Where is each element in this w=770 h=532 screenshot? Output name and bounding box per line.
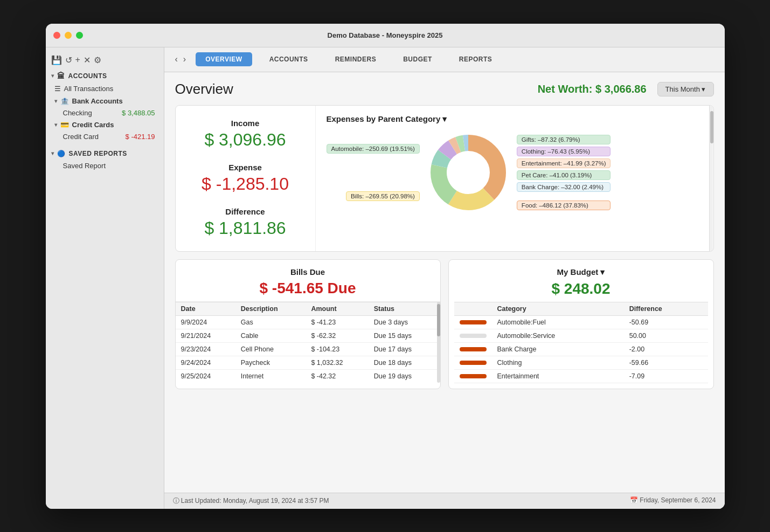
sidebar-item-all-transactions[interactable]: ☰ All Transactions bbox=[46, 82, 164, 95]
table-row[interactable]: Bank Charge -2.00 bbox=[454, 342, 708, 356]
budget-total: $ 248.02 bbox=[460, 280, 703, 298]
table-row[interactable]: Automobile:Service 50.00 bbox=[454, 329, 708, 342]
table-row[interactable]: 9/21/2024 Cable $ -62.32 Due 15 days bbox=[176, 329, 440, 342]
minimize-button[interactable] bbox=[65, 32, 72, 39]
bills-scrollbar[interactable] bbox=[437, 302, 440, 383]
table-row[interactable]: 9/23/2024 Cell Phone $ -104.23 Due 17 da… bbox=[176, 342, 440, 356]
table-row[interactable]: Clothing -59.66 bbox=[454, 356, 708, 369]
label-food: Food: –486.12 (37.83%) bbox=[517, 201, 611, 210]
tab-reminders[interactable]: REMINDERS bbox=[325, 52, 386, 66]
saved-report-label: Saved Report bbox=[54, 162, 106, 170]
content-area: ‹ › OVERVIEW ACCOUNTS REMINDERS BUDGET R… bbox=[164, 47, 725, 509]
all-transactions-label: All Transactions bbox=[64, 85, 114, 93]
bills-scrollbar-thumb bbox=[437, 304, 440, 336]
bank-icon: 🏛 bbox=[57, 72, 65, 80]
budget-title[interactable]: My Budget ▾ bbox=[460, 267, 703, 277]
add-icon[interactable]: + bbox=[75, 55, 80, 65]
close-button[interactable] bbox=[53, 32, 60, 39]
settings-icon[interactable]: ⚙ bbox=[94, 55, 101, 65]
overview-header: Overview Net Worth: $ 3,066.86 This Mont… bbox=[175, 81, 714, 98]
budget-bar-cell-1 bbox=[454, 315, 492, 329]
chevron-down-icon: ▾ bbox=[51, 73, 54, 79]
bill-status-2: Due 15 days bbox=[369, 329, 440, 342]
chart-title[interactable]: Expenses by Parent Category ▾ bbox=[327, 114, 698, 124]
saved-reports-icon: 🔵 bbox=[57, 150, 66, 157]
sidebar-item-saved-report[interactable]: Saved Report bbox=[46, 160, 164, 172]
table-row[interactable]: 9/24/2024 Paycheck $ 1,032.32 Due 18 day… bbox=[176, 356, 440, 369]
bottom-row: Bills Due $ -541.65 Due Date Description… bbox=[175, 259, 714, 389]
credit-card-label: Credit Card bbox=[63, 133, 99, 141]
budget-bar-cell-5 bbox=[454, 369, 492, 383]
summary-chart-card: Income $ 3,096.96 Expense $ -1,285.10 Di… bbox=[175, 105, 714, 252]
refresh-icon[interactable]: ↺ bbox=[65, 55, 72, 65]
bill-status-1: Due 3 days bbox=[369, 315, 440, 329]
back-button[interactable]: ‹ bbox=[173, 53, 180, 65]
budget-bar-4 bbox=[460, 361, 487, 365]
bill-date-4: 9/24/2024 bbox=[176, 356, 235, 369]
table-row[interactable]: 9/25/2024 Internet $ -42.32 Due 19 days bbox=[176, 369, 440, 383]
main-card-scrollbar[interactable] bbox=[709, 106, 713, 251]
difference-value: $ 1,811.86 bbox=[192, 218, 299, 238]
checking-label: Checking bbox=[63, 109, 92, 117]
label-gifts: Gifts: –87.32 (6.79%) bbox=[517, 135, 611, 144]
difference-label: Difference bbox=[192, 207, 299, 216]
tab-overview[interactable]: OVERVIEW bbox=[196, 52, 252, 66]
window-title: Demo Database - Moneyspire 2025 bbox=[328, 31, 443, 39]
sidebar: 💾 ↺ + ✕ ⚙ ▾ 🏛 ACCOUNTS ☰ All Transaction… bbox=[46, 47, 164, 509]
sidebar-section-accounts[interactable]: ▾ 🏛 ACCOUNTS bbox=[46, 70, 164, 82]
net-worth-label: Net Worth: bbox=[538, 83, 593, 95]
income-value: $ 3,096.96 bbox=[192, 130, 299, 150]
credit-card-group-icon: 💳 bbox=[60, 121, 69, 129]
chevron-icon: ▾ bbox=[54, 98, 57, 104]
tools-icon[interactable]: ✕ bbox=[84, 55, 91, 65]
tab-reports[interactable]: REPORTS bbox=[449, 52, 502, 66]
budget-bar-2 bbox=[460, 334, 487, 338]
budget-cat-3: Bank Charge bbox=[492, 342, 624, 356]
sidebar-section-saved-reports[interactable]: ▾ 🔵 SAVED REPORTS bbox=[46, 148, 164, 160]
label-bankcharge: Bank Charge: –32.00 (2.49%) bbox=[517, 182, 611, 192]
period-selector[interactable]: This Month ▾ bbox=[657, 82, 714, 96]
income-summary: Income $ 3,096.96 bbox=[192, 119, 299, 150]
scrollbar-thumb bbox=[710, 111, 713, 143]
overview-content: Overview Net Worth: $ 3,066.86 This Mont… bbox=[164, 72, 725, 493]
chevron-saved-icon: ▾ bbox=[51, 150, 54, 156]
table-row[interactable]: Automobile:Fuel -50.69 bbox=[454, 315, 708, 329]
sidebar-group-credit-cards[interactable]: ▾ 💳 Credit Cards bbox=[46, 119, 164, 131]
chart-panel: Expenses by Parent Category ▾ Automobile… bbox=[316, 106, 709, 251]
bill-status-5: Due 19 days bbox=[369, 369, 440, 383]
list-icon: ☰ bbox=[54, 85, 61, 93]
col-difference: Difference bbox=[624, 302, 708, 315]
label-entertainment: Entertainment: –41.99 (3.27%) bbox=[517, 158, 611, 168]
sidebar-group-bank-accounts[interactable]: ▾ 🏦 Bank Accounts bbox=[46, 95, 164, 107]
accounts-section-label: ACCOUNTS bbox=[68, 72, 107, 80]
budget-header: My Budget ▾ $ 248.02 bbox=[449, 260, 713, 302]
col-category: Category bbox=[492, 302, 624, 315]
titlebar: Demo Database - Moneyspire 2025 bbox=[46, 24, 725, 47]
tab-budget[interactable]: BUDGET bbox=[393, 52, 442, 66]
col-bar-spacer bbox=[454, 302, 492, 315]
budget-diff-1: -50.69 bbox=[624, 315, 708, 329]
maximize-button[interactable] bbox=[76, 32, 83, 39]
budget-title-text: My Budget ▾ bbox=[557, 267, 605, 277]
label-automobile: Automobile: –250.69 (19.51%) bbox=[327, 144, 420, 154]
bill-date-5: 9/25/2024 bbox=[176, 369, 235, 383]
budget-bar-3 bbox=[460, 347, 487, 351]
bills-total: $ -541.65 Due bbox=[186, 280, 429, 297]
label-clothing: Clothing: –76.43 (5.95%) bbox=[517, 147, 611, 156]
status-bar: ⓘ Last Updated: Monday, August 19, 2024 … bbox=[164, 493, 725, 509]
tab-accounts[interactable]: ACCOUNTS bbox=[260, 52, 318, 66]
credit-cards-label: Credit Cards bbox=[72, 121, 114, 129]
sidebar-item-checking[interactable]: Checking $ 3,488.05 bbox=[46, 107, 164, 119]
table-row[interactable]: 9/9/2024 Gas $ -41.23 Due 3 days bbox=[176, 315, 440, 329]
chart-labels-left: Automobile: –250.69 (19.51%) Bills: –269… bbox=[327, 144, 420, 201]
label-bills: Bills: –269.55 (20.98%) bbox=[346, 191, 420, 201]
chart-labels-right: Gifts: –87.32 (6.79%) Clothing: –76.43 (… bbox=[517, 135, 611, 210]
bill-desc-4: Paycheck bbox=[235, 356, 306, 369]
save-icon[interactable]: 💾 bbox=[51, 55, 62, 65]
label-petcare: Pet Care: –41.00 (3.19%) bbox=[517, 170, 611, 180]
bills-table: Date Description Amount Status 9/9/2024 bbox=[176, 302, 440, 383]
forward-button[interactable]: › bbox=[181, 53, 188, 65]
budget-cat-1: Automobile:Fuel bbox=[492, 315, 624, 329]
sidebar-item-credit-card[interactable]: Credit Card $ -421.19 bbox=[46, 131, 164, 142]
table-row[interactable]: Entertainment -7.09 bbox=[454, 369, 708, 383]
